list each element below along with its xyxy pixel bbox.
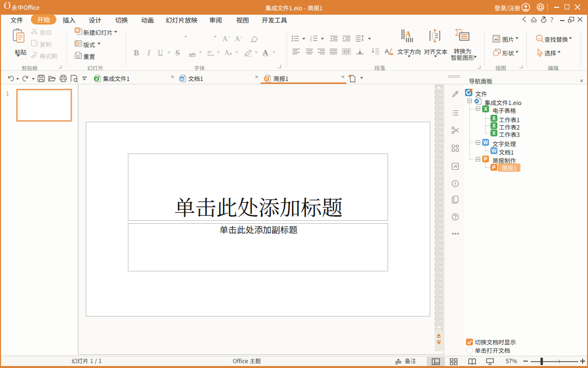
svg-text:A: A — [405, 30, 411, 38]
svg-text:A: A — [385, 48, 389, 55]
svg-text:X: X — [95, 77, 98, 81]
svg-text:P: P — [265, 77, 268, 81]
svg-text:3: 3 — [310, 39, 312, 42]
svg-text:W: W — [180, 77, 184, 81]
svg-text:AV: AV — [207, 50, 213, 54]
